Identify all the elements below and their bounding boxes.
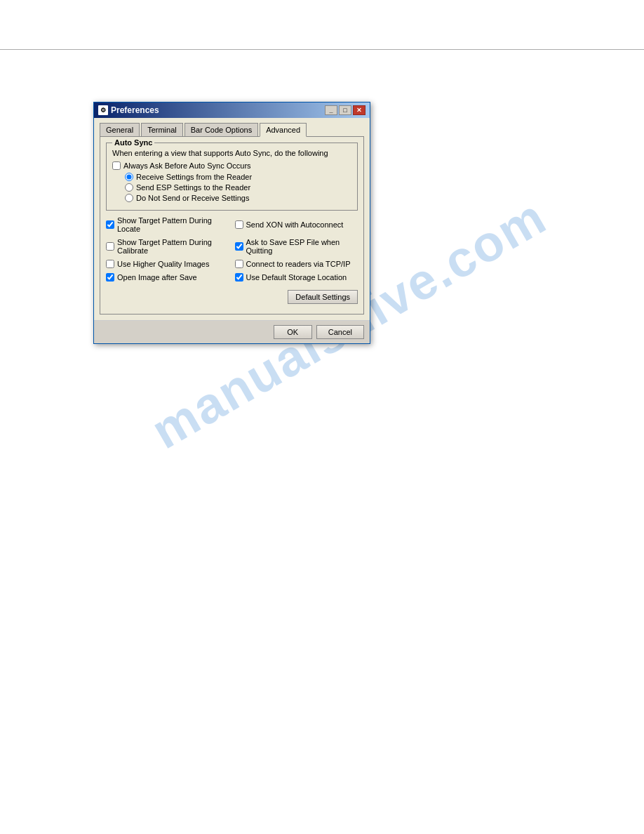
- radio-do-not-send-label: Do Not Send or Receive Settings: [136, 194, 249, 202]
- radio-group: Receive Settings from the Reader Send ES…: [125, 173, 351, 202]
- tab-advanced[interactable]: Advanced: [260, 123, 307, 137]
- ask-save-esp-checkbox[interactable]: [235, 242, 243, 251]
- show-target-locate-row: Show Target Pattern During Locate: [106, 216, 229, 233]
- title-bar: ⚙ Preferences _ □ ✕: [94, 102, 370, 118]
- open-image-save-row: Open Image after Save: [106, 273, 229, 282]
- use-default-storage-row: Use Default Storage Location: [235, 273, 358, 282]
- show-target-calibrate-row: Show Target Pattern During Calibrate: [106, 238, 229, 255]
- radio-send-esp[interactable]: [125, 183, 133, 192]
- use-higher-quality-label: Use Higher Quality Images: [117, 260, 209, 268]
- autosync-group-label: Auto Sync: [112, 138, 154, 147]
- ok-button[interactable]: OK: [274, 325, 312, 339]
- close-button[interactable]: ✕: [353, 105, 365, 115]
- tab-barcode[interactable]: Bar Code Options: [185, 123, 258, 137]
- autosync-desc: When entering a view that supports Auto …: [112, 149, 351, 157]
- tab-content-advanced: Auto Sync When entering a view that supp…: [100, 136, 364, 315]
- cancel-button[interactable]: Cancel: [316, 325, 364, 339]
- use-default-storage-checkbox[interactable]: [235, 273, 243, 282]
- default-settings-button[interactable]: Default Settings: [288, 290, 358, 304]
- radio-receive-label: Receive Settings from the Reader: [136, 173, 252, 181]
- use-higher-quality-row: Use Higher Quality Images: [106, 260, 229, 268]
- defaults-btn-row: Default Settings: [106, 290, 358, 304]
- top-divider: [0, 49, 644, 50]
- connect-tcp-row: Connect to readers via TCP/IP: [235, 260, 358, 268]
- always-ask-row: Always Ask Before Auto Sync Occurs: [112, 161, 351, 170]
- always-ask-label: Always Ask Before Auto Sync Occurs: [123, 161, 251, 170]
- show-target-locate-checkbox[interactable]: [106, 220, 114, 229]
- ask-save-esp-label: Ask to Save ESP File when Quitting: [246, 238, 358, 255]
- preferences-dialog: ⚙ Preferences _ □ ✕ General Terminal Bar…: [93, 102, 370, 344]
- radio-send-esp-label: Send ESP Settings to the Reader: [136, 183, 250, 192]
- use-higher-quality-checkbox[interactable]: [106, 260, 114, 268]
- ask-save-esp-row: Ask to Save ESP File when Quitting: [235, 238, 358, 255]
- tabs-row: General Terminal Bar Code Options Advanc…: [100, 122, 364, 136]
- title-bar-content: ⚙ Preferences: [98, 105, 159, 115]
- dialog-icon: ⚙: [98, 105, 108, 115]
- connect-tcp-label: Connect to readers via TCP/IP: [246, 260, 351, 268]
- always-ask-checkbox[interactable]: [112, 161, 121, 170]
- radio-receive[interactable]: [125, 173, 133, 181]
- use-default-storage-label: Use Default Storage Location: [246, 273, 347, 282]
- dialog-window: ⚙ Preferences _ □ ✕ General Terminal Bar…: [93, 102, 370, 344]
- title-bar-controls: _ □ ✕: [325, 105, 365, 115]
- radio-receive-row: Receive Settings from the Reader: [125, 173, 351, 181]
- connect-tcp-checkbox[interactable]: [235, 260, 243, 268]
- radio-do-not-send-row: Do Not Send or Receive Settings: [125, 194, 351, 202]
- dialog-footer: OK Cancel: [94, 320, 370, 343]
- show-target-calibrate-label: Show Target Pattern During Calibrate: [117, 238, 229, 255]
- send-xon-checkbox[interactable]: [235, 220, 243, 229]
- tab-terminal[interactable]: Terminal: [141, 123, 183, 137]
- autosync-group: Auto Sync When entering a view that supp…: [106, 143, 358, 211]
- radio-send-esp-row: Send ESP Settings to the Reader: [125, 183, 351, 192]
- send-xon-row: Send XON with Autoconnect: [235, 216, 358, 233]
- options-grid: Show Target Pattern During Locate Send X…: [106, 216, 358, 284]
- show-target-locate-label: Show Target Pattern During Locate: [117, 216, 229, 233]
- open-image-save-label: Open Image after Save: [117, 273, 197, 282]
- dialog-title: Preferences: [111, 105, 159, 115]
- radio-do-not-send[interactable]: [125, 194, 133, 202]
- dialog-body: General Terminal Bar Code Options Advanc…: [94, 118, 370, 320]
- maximize-button[interactable]: □: [339, 105, 351, 115]
- send-xon-label: Send XON with Autoconnect: [246, 220, 344, 229]
- show-target-calibrate-checkbox[interactable]: [106, 242, 114, 251]
- open-image-save-checkbox[interactable]: [106, 273, 114, 282]
- minimize-button[interactable]: _: [325, 105, 337, 115]
- tab-general[interactable]: General: [100, 123, 140, 137]
